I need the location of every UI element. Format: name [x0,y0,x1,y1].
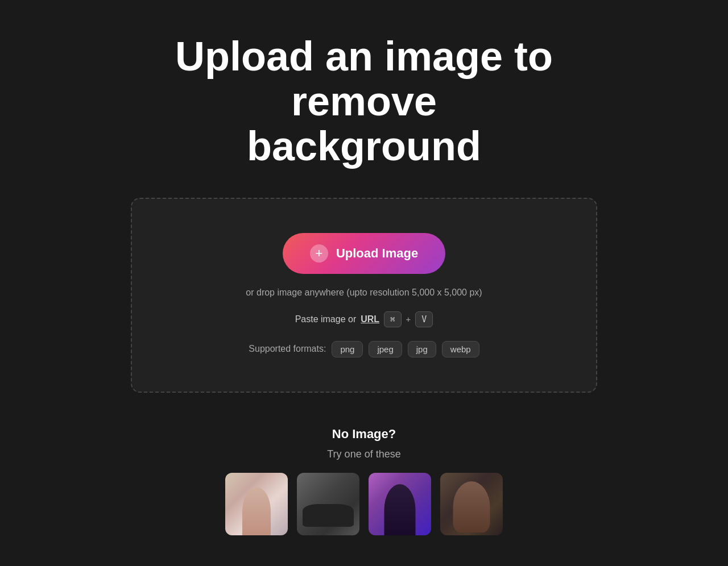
page-title: Upload an image to remove background [136,34,592,169]
upload-button-label: Upload Image [336,246,418,261]
formats-label: Supported formats: [249,344,326,354]
paste-hint-row: Paste image or URL ⌘ + V [295,311,433,327]
formats-row: Supported formats: png jpeg jpg webp [249,341,479,357]
sample-image-1[interactable] [225,473,288,535]
sample-images-row [225,473,503,535]
format-badge-jpeg: jpeg [369,341,402,357]
paste-prefix-text: Paste image or [295,314,357,324]
no-image-subtitle: Try one of these [327,448,400,460]
sample-image-3[interactable] [369,473,431,535]
v-key-badge: V [415,311,433,327]
sample-image-4[interactable] [440,473,503,535]
paste-url-label[interactable]: URL [361,314,379,324]
format-badge-jpg: jpg [408,341,436,357]
no-image-section: No Image? Try one of these [225,427,503,535]
cmd-key-badge: ⌘ [384,311,401,327]
no-image-title: No Image? [332,427,396,442]
format-badge-webp: webp [442,341,479,357]
plus-icon: + [310,244,328,263]
plus-separator: + [406,314,411,324]
upload-dropzone[interactable]: + Upload Image or drop image anywhere (u… [131,198,597,393]
upload-image-button[interactable]: + Upload Image [283,233,445,274]
format-badge-png: png [332,341,363,357]
sample-image-2[interactable] [297,473,359,535]
drop-hint-text: or drop image anywhere (upto resolution … [246,288,482,298]
